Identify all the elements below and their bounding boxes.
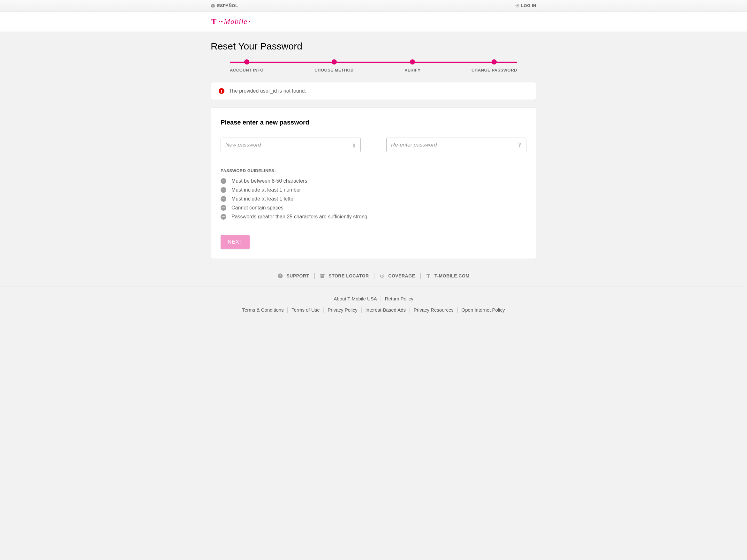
password-guidelines: Must be between 8-50 characters Must inc… bbox=[221, 178, 526, 220]
brand-header: T Mobile bbox=[0, 11, 747, 32]
form-heading: Please enter a new password bbox=[221, 119, 526, 126]
password-form: Please enter a new password PASSWORD GUI… bbox=[211, 108, 536, 259]
login-icon bbox=[515, 3, 519, 8]
footer-tmobile-link[interactable]: T-MOBILE.COM bbox=[426, 273, 469, 279]
guideline-item: Must include at least 1 number bbox=[221, 187, 526, 193]
neutral-status-icon bbox=[221, 196, 226, 202]
tmobile-logo[interactable]: T Mobile bbox=[211, 17, 536, 26]
neutral-status-icon bbox=[221, 187, 226, 193]
footer-store-locator-link[interactable]: STORE LOCATOR bbox=[319, 273, 369, 279]
password-key-icon bbox=[517, 142, 522, 148]
error-message: The provided user_id is not found. bbox=[229, 88, 306, 94]
step-verify: VERIFY bbox=[405, 59, 420, 73]
step-label: ACCOUNT INFO bbox=[230, 68, 264, 73]
footer-link-return-policy[interactable]: Return Policy bbox=[385, 296, 413, 301]
neutral-status-icon bbox=[221, 178, 226, 184]
step-dot-icon bbox=[492, 59, 497, 65]
language-label: ESPAÑOL bbox=[217, 3, 238, 8]
step-choose-method: CHOOSE METHOD bbox=[314, 59, 354, 73]
reenter-password-input[interactable] bbox=[386, 137, 526, 152]
top-utility-bar: ESPAÑOL LOG IN bbox=[0, 0, 747, 11]
footer-link-terms-of-use[interactable]: Terms of Use bbox=[291, 307, 319, 312]
t-logo-icon bbox=[426, 273, 431, 279]
store-icon bbox=[319, 273, 325, 279]
neutral-status-icon bbox=[221, 205, 226, 211]
antenna-icon bbox=[379, 273, 385, 279]
step-label: CHANGE PASSWORD bbox=[471, 68, 517, 73]
error-icon: ! bbox=[219, 88, 225, 94]
step-dot-icon bbox=[410, 59, 415, 65]
login-link[interactable]: LOG IN bbox=[515, 3, 536, 8]
step-dot-icon bbox=[244, 59, 249, 65]
step-dot-icon bbox=[332, 59, 337, 65]
step-change-password: CHANGE PASSWORD bbox=[471, 59, 517, 73]
language-toggle[interactable]: ESPAÑOL bbox=[211, 3, 238, 8]
svg-text:?: ? bbox=[279, 274, 282, 277]
step-account-info: ACCOUNT INFO bbox=[230, 59, 264, 73]
footer-link-open-internet[interactable]: Open Internet Policy bbox=[462, 307, 505, 312]
footer-support-link[interactable]: ? SUPPORT bbox=[277, 273, 309, 279]
footer-link-interest-ads[interactable]: Interest-Based Ads bbox=[365, 307, 406, 312]
step-label: VERIFY bbox=[405, 68, 420, 73]
guideline-item: Must include at least 1 letter bbox=[221, 196, 526, 202]
guideline-item: Must be between 8-50 characters bbox=[221, 178, 526, 184]
footer-link-privacy-policy[interactable]: Privacy Policy bbox=[328, 307, 357, 312]
login-label: LOG IN bbox=[521, 3, 536, 8]
next-button[interactable]: NEXT bbox=[221, 235, 250, 249]
footer-coverage-link[interactable]: COVERAGE bbox=[379, 273, 415, 279]
footer-link-about[interactable]: About T-Mobile USA bbox=[334, 296, 377, 301]
footer-link-terms-conditions[interactable]: Terms & Conditions bbox=[242, 307, 284, 312]
step-label: CHOOSE METHOD bbox=[314, 68, 354, 73]
new-password-input[interactable] bbox=[221, 137, 361, 152]
guidelines-heading: PASSWORD GUIDELINES: bbox=[221, 168, 526, 173]
footer-primary: ? SUPPORT | STORE LOCATOR | COVERAGE | T… bbox=[0, 266, 747, 286]
guideline-item: Passwords greater than 25 characters are… bbox=[221, 214, 526, 220]
guideline-item: Cannot contain spaces bbox=[221, 205, 526, 211]
page-title: Reset Your Password bbox=[211, 41, 536, 52]
progress-stepper: ACCOUNT INFO CHOOSE METHOD VERIFY CHANGE… bbox=[230, 59, 517, 73]
globe-icon bbox=[211, 3, 215, 8]
error-banner: ! The provided user_id is not found. bbox=[211, 82, 536, 100]
neutral-status-icon bbox=[221, 214, 226, 220]
password-key-icon bbox=[351, 142, 357, 148]
footer-link-privacy-resources[interactable]: Privacy Resources bbox=[414, 307, 454, 312]
footer-secondary: About T-Mobile USA | Return Policy Terms… bbox=[0, 286, 747, 326]
question-icon: ? bbox=[277, 273, 283, 279]
